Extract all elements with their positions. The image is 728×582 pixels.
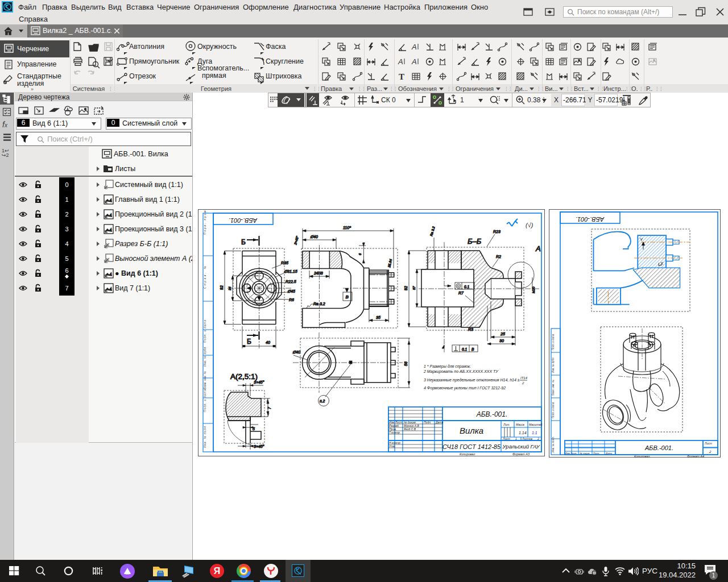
svg-text:R23: R23 <box>493 230 500 234</box>
svg-text:Подп. и дата: Подп. и дата <box>552 402 555 418</box>
svg-text:R22.5: R22.5 <box>286 280 296 284</box>
svg-text:Дата: Дата <box>605 452 613 455</box>
svg-text:2: 2 <box>709 450 712 454</box>
svg-text:∅45: ∅45 <box>287 289 295 293</box>
svg-text:92: 92 <box>404 286 408 290</box>
svg-text:X: X <box>660 261 664 266</box>
svg-text:В: В <box>346 294 349 300</box>
svg-text:Изм Лист: Изм Лист <box>565 452 577 455</box>
svg-text:0.1: 0.1 <box>464 285 469 289</box>
svg-text:Копировал: Копировал <box>460 452 475 456</box>
svg-text:Инв. № дубл.: Инв. № дубл. <box>203 346 206 367</box>
svg-text:35: 35 <box>376 315 380 319</box>
svg-text:М20: М20 <box>532 286 535 293</box>
svg-text:Взам. инв. №: Взам. инв. № <box>552 380 555 396</box>
svg-text:Ra 3.2: Ra 3.2 <box>313 302 325 306</box>
svg-text:25: 25 <box>500 332 505 336</box>
svg-text:Лист: Лист <box>502 437 510 440</box>
svg-text:Т.контр.: Т.контр. <box>389 431 400 434</box>
svg-text:Подп.: Подп. <box>593 452 599 455</box>
svg-text:3×45°: 3×45° <box>254 444 264 448</box>
svg-text:Масса: Масса <box>516 423 524 426</box>
svg-text:АБВ.-001.: АБВ.-001. <box>476 410 508 418</box>
svg-text:№ докум.: № докум. <box>404 421 416 424</box>
svg-text:∅40: ∅40 <box>292 350 300 354</box>
svg-text:110*: 110* <box>343 226 351 230</box>
svg-text:3 Неуказанные предельные откл: 3 Неуказанные предельные отклонения Н14,… <box>424 378 520 383</box>
svg-text:5: 5 <box>253 427 255 431</box>
svg-text:Формат А3: Формат А3 <box>512 452 530 456</box>
svg-text:∅40: ∅40 <box>310 235 318 239</box>
svg-text:24Н8: 24Н8 <box>313 271 323 275</box>
svg-text:1.14: 1.14 <box>519 431 527 435</box>
svg-text:Вилка: Вилка <box>460 426 483 435</box>
svg-text:Подп. и дата: Подп. и дата <box>203 320 206 343</box>
svg-text:СЧ18 ГОСТ 1412-85: СЧ18 ГОСТ 1412-85 <box>442 443 501 450</box>
svg-text:Копировал: Копировал <box>634 455 650 458</box>
svg-text:Лист: Лист <box>704 442 712 445</box>
svg-text:Инв. № подл.: Инв. № подл. <box>552 436 555 452</box>
svg-text:АБВ.-001.: АБВ.-001. <box>229 217 258 224</box>
svg-text:30: 30 <box>499 339 504 343</box>
svg-text:1:1: 1:1 <box>532 431 537 435</box>
svg-text:Перв. примен.: Перв. примен. <box>203 209 206 235</box>
svg-text:4 Формовочные уклоны тип I ГО: 4 Формовочные уклоны тип I ГОСТ 3212-92 <box>424 386 506 390</box>
svg-text:2 Маркировать по АБ.ХХ.ХХХХ.Х: 2 Маркировать по АБ.ХХ.ХХХХ.ХХХ ТУ <box>423 369 499 374</box>
svg-text:Подп.: Подп. <box>424 421 431 424</box>
svg-text:1: 1 <box>515 437 517 440</box>
svg-text:Инв. № дубл.: Инв. № дубл. <box>552 357 555 373</box>
svg-text:п.2: п.2 <box>320 399 325 403</box>
svg-text:Инв. № подл.: Инв. № подл. <box>203 425 206 448</box>
svg-text:40: 40 <box>266 340 270 344</box>
svg-text:1 * Размеры для справок.: 1 * Размеры для справок. <box>424 364 471 369</box>
svg-text:Взам. инв. №: Взам. инв. № <box>203 371 206 389</box>
svg-text:А(2,5:1): А(2,5:1) <box>230 372 258 381</box>
svg-text:Масштаб: Масштаб <box>529 423 543 426</box>
svg-text:R2: R2 <box>496 255 501 259</box>
svg-text:Лит.: Лит. <box>503 423 510 426</box>
svg-text:АБВ.-001.: АБВ.-001. <box>644 444 673 451</box>
svg-text:R7: R7 <box>458 291 464 295</box>
svg-text:Листов: Листов <box>522 437 533 440</box>
svg-text:Утв.: Утв. <box>389 444 395 448</box>
svg-text:Изм Лист: Изм Лист <box>389 421 403 424</box>
svg-text:Подп. и дата: Подп. и дата <box>203 389 206 412</box>
svg-text:Якоб С.В: Якоб С.В <box>403 427 416 431</box>
svg-text:92: 92 <box>220 285 224 290</box>
svg-text:IT14: IT14 <box>520 376 528 380</box>
svg-text:R3: R3 <box>468 327 473 331</box>
svg-text:А: А <box>535 244 541 253</box>
svg-text:Формат А4: Формат А4 <box>687 455 704 458</box>
svg-text:(√): (√) <box>526 222 533 228</box>
svg-text:Y: Y <box>640 237 643 242</box>
svg-text:Б: Б <box>241 238 246 246</box>
svg-text:Подп. и дата: Подп. и дата <box>552 334 555 350</box>
svg-text:3×45°: 3×45° <box>254 380 264 384</box>
svg-text:Дата: Дата <box>435 421 443 424</box>
svg-text:№ докум.: № докум. <box>580 452 590 455</box>
svg-text:Уральский ГАУ: Уральский ГАУ <box>502 443 540 450</box>
svg-text:2: 2 <box>522 381 524 385</box>
svg-text:34: 34 <box>228 286 231 290</box>
svg-text:2: 2 <box>537 437 539 440</box>
svg-text:0.1: 0.1 <box>462 347 467 351</box>
svg-text:∅31.15: ∅31.15 <box>284 269 297 273</box>
svg-text:Б: Б <box>247 338 251 346</box>
svg-text:АБВ.-001.: АБВ.-001. <box>576 216 605 223</box>
svg-text:R35: R35 <box>281 261 288 265</box>
svg-text:R6: R6 <box>289 298 294 302</box>
svg-text:87: 87 <box>412 286 416 290</box>
svg-text:56: 56 <box>404 361 408 366</box>
svg-text:Б–Б: Б–Б <box>468 237 482 246</box>
svg-text:В: В <box>471 347 474 351</box>
